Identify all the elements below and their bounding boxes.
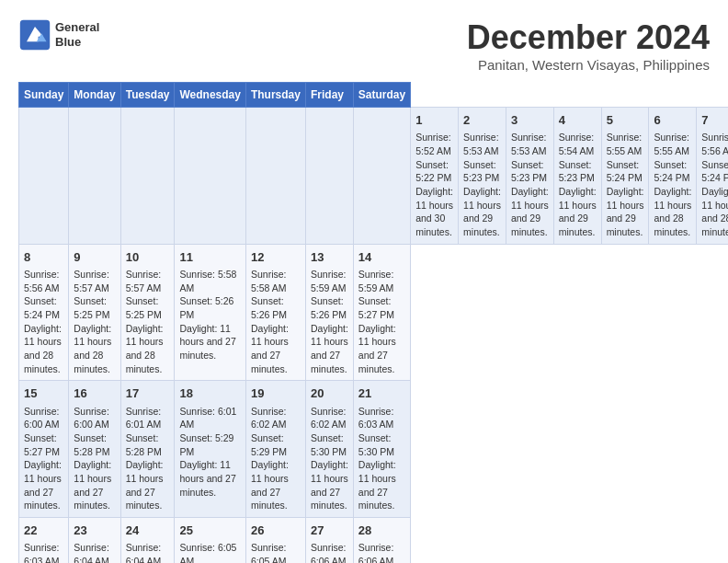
- day-header-wednesday: Wednesday: [175, 83, 245, 108]
- sunrise-text: Sunrise: 5:55 AM: [654, 132, 689, 156]
- calendar-week-row: 1 Sunrise: 5:52 AM Sunset: 5:22 PM Dayli…: [19, 108, 729, 245]
- daylight-text: Daylight: 11 hours and 27 minutes.: [311, 323, 348, 374]
- sunrise-text: Sunrise: 6:03 AM: [358, 406, 394, 431]
- calendar-cell: [175, 108, 245, 245]
- sunrise-text: Sunrise: 5:55 AM: [607, 132, 643, 156]
- daylight-text: Daylight: 11 hours and 27 minutes.: [251, 459, 289, 511]
- day-header-tuesday: Tuesday: [120, 83, 175, 108]
- sunset-text: Sunset: 5:24 PM: [607, 159, 643, 184]
- daylight-text: Daylight: 11 hours and 30 minutes.: [415, 186, 453, 237]
- day-number: 10: [126, 249, 170, 266]
- day-header-thursday: Thursday: [245, 83, 305, 108]
- calendar-cell: 28 Sunrise: 6:06 AM Sunset: 5:34 PM Dayl…: [353, 518, 410, 563]
- sunrise-text: Sunrise: 6:02 AM: [251, 406, 287, 431]
- calendar-week-row: 22 Sunrise: 6:03 AM Sunset: 5:31 PM Dayl…: [19, 518, 729, 563]
- sunrise-text: Sunrise: 6:06 AM: [311, 542, 347, 563]
- sunrise-text: Sunrise: 6:03 AM: [24, 542, 60, 563]
- page-header: General Blue December 2024 Panitan, West…: [18, 18, 710, 73]
- daylight-text: Daylight: 11 hours and 27 minutes.: [179, 459, 235, 497]
- calendar-header-row: SundayMondayTuesdayWednesdayThursdayFrid…: [19, 83, 729, 108]
- calendar-week-row: 15 Sunrise: 6:00 AM Sunset: 5:27 PM Dayl…: [19, 381, 729, 518]
- logo-text: General Blue: [55, 20, 99, 49]
- calendar-cell: 4 Sunrise: 5:54 AM Sunset: 5:23 PM Dayli…: [553, 108, 601, 245]
- sunrise-text: Sunrise: 5:56 AM: [24, 269, 60, 293]
- daylight-text: Daylight: 11 hours and 27 minutes.: [251, 323, 289, 374]
- calendar-cell: [120, 108, 175, 245]
- day-number: 27: [311, 523, 348, 539]
- daylight-text: Daylight: 11 hours and 27 minutes.: [358, 323, 396, 374]
- calendar-cell: [305, 108, 353, 245]
- calendar-cell: 12 Sunrise: 5:58 AM Sunset: 5:26 PM Dayl…: [245, 244, 305, 381]
- calendar-cell: 20 Sunrise: 6:02 AM Sunset: 5:30 PM Dayl…: [305, 381, 353, 518]
- daylight-text: Daylight: 11 hours and 27 minutes.: [74, 459, 111, 511]
- sunset-text: Sunset: 5:27 PM: [24, 432, 60, 457]
- calendar-cell: 17 Sunrise: 6:01 AM Sunset: 5:28 PM Dayl…: [120, 381, 175, 518]
- calendar-cell: 1 Sunrise: 5:52 AM Sunset: 5:22 PM Dayli…: [411, 108, 459, 245]
- sunset-text: Sunset: 5:24 PM: [701, 159, 728, 184]
- sunrise-text: Sunrise: 5:58 AM: [179, 269, 236, 293]
- day-number: 5: [607, 112, 644, 129]
- daylight-text: Daylight: 11 hours and 27 minutes.: [311, 459, 348, 511]
- sunrise-text: Sunrise: 5:57 AM: [126, 269, 162, 293]
- day-number: 13: [311, 249, 348, 266]
- day-number: 24: [126, 523, 170, 539]
- sunrise-text: Sunrise: 5:58 AM: [251, 269, 287, 293]
- calendar-cell: 19 Sunrise: 6:02 AM Sunset: 5:29 PM Dayl…: [245, 381, 305, 518]
- sunset-text: Sunset: 5:26 PM: [311, 295, 347, 320]
- day-number: 17: [126, 385, 170, 402]
- day-number: 19: [251, 385, 301, 402]
- calendar-cell: 27 Sunrise: 6:06 AM Sunset: 5:33 PM Dayl…: [305, 518, 353, 563]
- sunrise-text: Sunrise: 6:05 AM: [179, 542, 236, 563]
- day-number: 4: [559, 112, 597, 129]
- calendar-cell: 10 Sunrise: 5:57 AM Sunset: 5:25 PM Dayl…: [120, 244, 175, 381]
- sunrise-text: Sunrise: 6:05 AM: [251, 542, 287, 563]
- daylight-text: Daylight: 11 hours and 28 minutes.: [74, 323, 111, 374]
- sunset-text: Sunset: 5:29 PM: [251, 432, 287, 457]
- calendar-cell: 13 Sunrise: 5:59 AM Sunset: 5:26 PM Dayl…: [305, 244, 353, 381]
- title-block: December 2024 Panitan, Western Visayas, …: [467, 18, 710, 73]
- sunrise-text: Sunrise: 6:06 AM: [358, 542, 394, 563]
- day-number: 6: [654, 112, 691, 129]
- calendar-cell: 8 Sunrise: 5:56 AM Sunset: 5:24 PM Dayli…: [19, 244, 69, 381]
- calendar-cell: 6 Sunrise: 5:55 AM Sunset: 5:24 PM Dayli…: [649, 108, 697, 245]
- sunrise-text: Sunrise: 5:53 AM: [463, 132, 499, 156]
- daylight-text: Daylight: 11 hours and 28 minutes.: [701, 186, 728, 237]
- calendar-cell: 26 Sunrise: 6:05 AM Sunset: 5:33 PM Dayl…: [245, 518, 305, 563]
- daylight-text: Daylight: 11 hours and 29 minutes.: [511, 186, 549, 237]
- sunset-text: Sunset: 5:25 PM: [74, 295, 109, 320]
- page-subtitle: Panitan, Western Visayas, Philippines: [467, 57, 710, 73]
- daylight-text: Daylight: 11 hours and 29 minutes.: [607, 186, 644, 237]
- daylight-text: Daylight: 11 hours and 28 minutes.: [126, 323, 164, 374]
- daylight-text: Daylight: 11 hours and 29 minutes.: [559, 186, 597, 237]
- calendar-cell: [69, 108, 120, 245]
- sunrise-text: Sunrise: 5:53 AM: [511, 132, 547, 156]
- calendar-cell: 15 Sunrise: 6:00 AM Sunset: 5:27 PM Dayl…: [19, 381, 69, 518]
- day-number: 8: [24, 249, 63, 266]
- day-number: 23: [74, 523, 115, 539]
- day-number: 2: [463, 112, 501, 129]
- calendar-cell: 16 Sunrise: 6:00 AM Sunset: 5:28 PM Dayl…: [69, 381, 120, 518]
- day-number: 22: [24, 523, 63, 539]
- day-number: 20: [311, 385, 348, 402]
- day-number: 9: [74, 249, 115, 266]
- sunset-text: Sunset: 5:24 PM: [24, 295, 60, 320]
- calendar-cell: 25 Sunrise: 6:05 AM Sunset: 5:32 PM Dayl…: [175, 518, 245, 563]
- calendar-cell: 18 Sunrise: 6:01 AM Sunset: 5:29 PM Dayl…: [175, 381, 245, 518]
- sunrise-text: Sunrise: 5:56 AM: [701, 132, 728, 156]
- daylight-text: Daylight: 11 hours and 27 minutes.: [24, 459, 62, 511]
- daylight-text: Daylight: 11 hours and 27 minutes.: [358, 459, 396, 511]
- sunrise-text: Sunrise: 6:00 AM: [74, 406, 109, 431]
- sunset-text: Sunset: 5:28 PM: [74, 432, 109, 457]
- daylight-text: Daylight: 11 hours and 29 minutes.: [463, 186, 501, 237]
- sunrise-text: Sunrise: 5:59 AM: [311, 269, 347, 293]
- day-number: 1: [415, 112, 453, 129]
- daylight-text: Daylight: 11 hours and 27 minutes.: [179, 323, 235, 361]
- sunset-text: Sunset: 5:25 PM: [126, 295, 162, 320]
- sunset-text: Sunset: 5:23 PM: [511, 159, 547, 184]
- calendar-cell: [245, 108, 305, 245]
- sunset-text: Sunset: 5:27 PM: [358, 295, 394, 320]
- sunset-text: Sunset: 5:28 PM: [126, 432, 162, 457]
- calendar-cell: 11 Sunrise: 5:58 AM Sunset: 5:26 PM Dayl…: [175, 244, 245, 381]
- calendar-cell: 24 Sunrise: 6:04 AM Sunset: 5:32 PM Dayl…: [120, 518, 175, 563]
- calendar-cell: 3 Sunrise: 5:53 AM Sunset: 5:23 PM Dayli…: [506, 108, 553, 245]
